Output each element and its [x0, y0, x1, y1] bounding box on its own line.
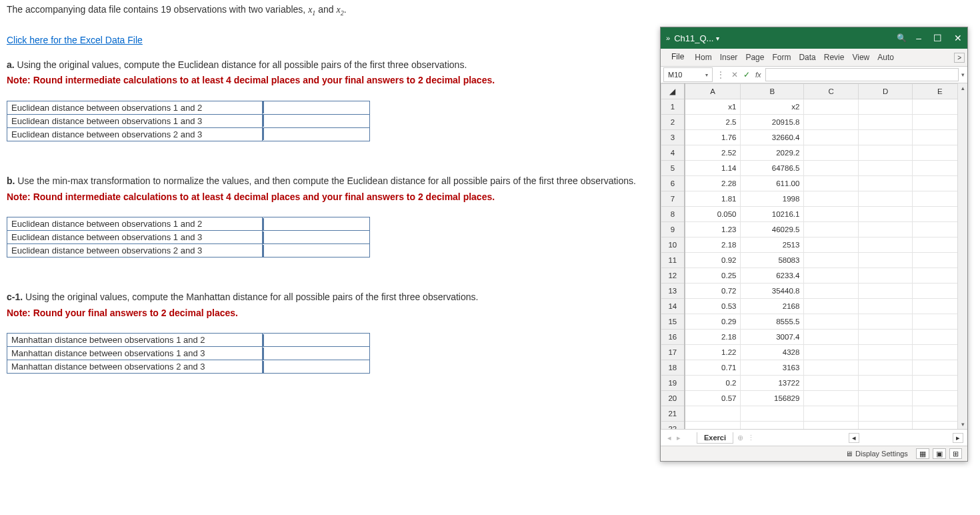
cell[interactable] — [858, 130, 913, 145]
tab-overflow-button[interactable]: > — [954, 53, 965, 63]
formula-input[interactable] — [765, 68, 959, 81]
cell[interactable]: 1.14 — [685, 161, 741, 176]
cell[interactable]: 6233.4 — [741, 268, 804, 284]
cell[interactable]: 2513 — [741, 237, 804, 253]
cell[interactable] — [804, 115, 859, 130]
cell[interactable]: 3007.4 — [741, 330, 804, 345]
cell[interactable]: 0.2 — [685, 376, 741, 391]
cell[interactable]: 2168 — [741, 299, 804, 314]
col-header-a[interactable]: A — [685, 84, 741, 99]
excel-titlebar[interactable]: » Ch11_Q... ▾ 🔍 – ☐ ✕ — [661, 27, 967, 49]
cell[interactable] — [685, 422, 741, 430]
row-header[interactable]: 3 — [661, 130, 685, 145]
tab-page[interactable]: Page — [741, 50, 768, 65]
tab-data[interactable]: Data — [795, 50, 819, 65]
cell[interactable] — [804, 376, 859, 391]
excel-grid[interactable]: ◢ A B C D E 1x1x222.520915.831.7632660.4… — [661, 83, 967, 429]
cell[interactable]: 32660.4 — [741, 130, 804, 145]
cell[interactable] — [858, 422, 913, 430]
tab-automate[interactable]: Auto — [873, 50, 898, 65]
scroll-up-icon[interactable]: ▴ — [961, 85, 965, 91]
cell[interactable] — [858, 115, 913, 130]
c-row2-input[interactable] — [263, 348, 369, 360]
cell[interactable] — [804, 391, 859, 406]
display-settings-button[interactable]: 🖥 Display Settings — [845, 450, 908, 458]
row-header[interactable]: 1 — [661, 99, 685, 115]
search-icon[interactable]: 🔍 — [897, 33, 907, 43]
data-file-link[interactable]: Click here for the Excel Data File — [7, 35, 143, 45]
cell[interactable] — [858, 207, 913, 222]
row-header[interactable]: 14 — [661, 299, 685, 314]
row-header[interactable]: 7 — [661, 191, 685, 207]
fx-icon[interactable]: fx — [755, 71, 761, 79]
b-row3-input[interactable] — [263, 245, 369, 257]
cell[interactable]: 4328 — [741, 345, 804, 360]
row-header[interactable]: 15 — [661, 314, 685, 330]
cell[interactable] — [858, 253, 913, 268]
cell[interactable]: 20915.8 — [741, 115, 804, 130]
sheet-nav-right-icon[interactable]: ▸ — [677, 434, 681, 442]
chevron-down-icon[interactable]: ▾ — [961, 71, 965, 78]
row-header[interactable]: 21 — [661, 406, 685, 422]
minimize-button[interactable]: – — [916, 33, 921, 43]
workbook-title[interactable]: Ch11_Q... — [674, 33, 713, 43]
cell[interactable] — [741, 422, 804, 430]
cell[interactable]: 1.76 — [685, 130, 741, 145]
row-header[interactable]: 18 — [661, 360, 685, 376]
cell[interactable]: 10216.1 — [741, 207, 804, 222]
cell[interactable] — [685, 406, 741, 422]
cell[interactable] — [858, 345, 913, 360]
b-row2-input[interactable] — [263, 231, 369, 243]
c-row3-input[interactable] — [263, 361, 369, 373]
row-header[interactable]: 5 — [661, 161, 685, 176]
cell[interactable] — [804, 161, 859, 176]
col-header-b[interactable]: B — [741, 84, 804, 99]
vertical-scrollbar[interactable]: ▴ ▾ — [957, 83, 967, 429]
cell[interactable] — [804, 222, 859, 237]
a-row1-input[interactable] — [263, 101, 369, 113]
cell[interactable]: 2.18 — [685, 237, 741, 253]
chevron-down-icon[interactable]: ▾ — [705, 72, 708, 78]
cell[interactable] — [858, 376, 913, 391]
row-header[interactable]: 2 — [661, 115, 685, 130]
cell[interactable] — [804, 130, 859, 145]
cell[interactable] — [858, 99, 913, 115]
close-button[interactable]: ✕ — [954, 33, 962, 43]
cell[interactable] — [804, 299, 859, 314]
cell[interactable]: 64786.5 — [741, 161, 804, 176]
name-box[interactable]: M10 ▾ — [663, 67, 713, 82]
cell[interactable] — [804, 314, 859, 330]
row-header[interactable]: 4 — [661, 145, 685, 161]
cell[interactable] — [858, 314, 913, 330]
cell[interactable] — [858, 237, 913, 253]
cell[interactable] — [858, 191, 913, 207]
cell[interactable] — [804, 406, 859, 422]
cell[interactable] — [804, 345, 859, 360]
maximize-button[interactable]: ☐ — [933, 33, 942, 43]
cell[interactable]: 13722 — [741, 376, 804, 391]
row-header[interactable]: 20 — [661, 391, 685, 406]
cell[interactable]: 0.92 — [685, 253, 741, 268]
view-page-icon[interactable]: ▣ — [933, 448, 946, 459]
cell[interactable] — [858, 330, 913, 345]
cell[interactable] — [804, 284, 859, 299]
cell[interactable] — [858, 145, 913, 161]
cell[interactable] — [858, 268, 913, 284]
a-row3-input[interactable] — [263, 128, 369, 140]
excel-grid-wrap[interactable]: ◢ A B C D E 1x1x222.520915.831.7632660.4… — [661, 83, 967, 429]
row-header[interactable]: 12 — [661, 268, 685, 284]
cell[interactable]: 8555.5 — [741, 314, 804, 330]
cell[interactable] — [804, 422, 859, 430]
cell[interactable] — [804, 191, 859, 207]
cell[interactable]: 2.28 — [685, 176, 741, 191]
cell[interactable] — [858, 406, 913, 422]
enter-icon[interactable]: ✓ — [743, 70, 750, 79]
cell[interactable]: 2.5 — [685, 115, 741, 130]
row-header[interactable]: 6 — [661, 176, 685, 191]
view-pagebreak-icon[interactable]: ⊞ — [949, 448, 962, 459]
tab-formulas[interactable]: Form — [768, 50, 795, 65]
cell[interactable] — [858, 222, 913, 237]
cell[interactable]: 611.00 — [741, 176, 804, 191]
col-header-d[interactable]: D — [858, 84, 913, 99]
cell[interactable] — [804, 253, 859, 268]
